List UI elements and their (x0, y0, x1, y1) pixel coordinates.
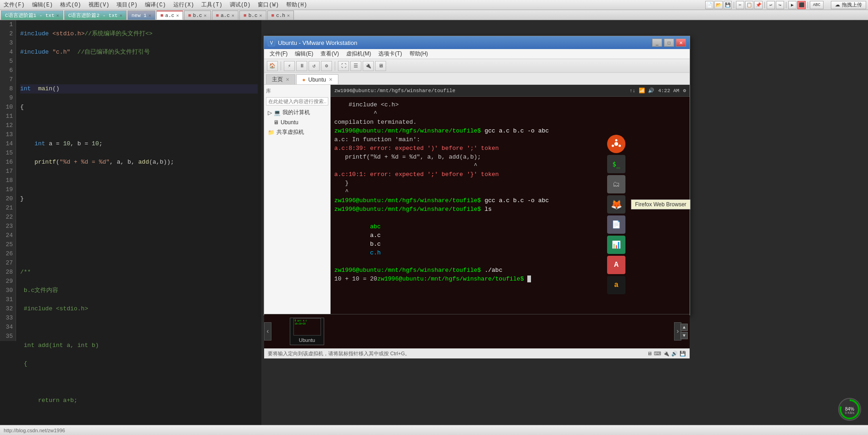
vm-scroll-down[interactable]: ▼ (680, 332, 688, 339)
vm-tb-usb[interactable]: 🔌 (363, 61, 374, 71)
new-btn[interactable]: 📄 (705, 1, 713, 9)
vm-tree-computer[interactable]: ▷ 💻 我的计算机 (264, 107, 330, 118)
term-line-1: #include <c.h> (334, 100, 686, 109)
menu-format[interactable]: 格式(O) (58, 1, 83, 9)
tab-close-ac2[interactable]: ✕ (232, 13, 234, 18)
vm-tree-shared[interactable]: 📁 共享虚拟机 (264, 127, 330, 138)
firefox-icon[interactable]: 🦊 Firefox Web Browser (607, 195, 625, 214)
vm-tb-refresh[interactable]: ↺ (309, 61, 320, 71)
close-button[interactable]: ✕ (676, 39, 686, 47)
vm-thumbnail[interactable]: $ gcc a.c10+10=20 Ubuntu (290, 318, 324, 345)
tab-c-1[interactable]: C语言进阶篇1 - txt ✕ (1, 11, 63, 20)
save-btn[interactable]: 💾 (724, 1, 732, 9)
line-numbers: 1 2 3 4 5 6 7 8 9 10 11 12 13 14 15 16 1… (0, 20, 16, 341)
vm-tb-settings[interactable]: ⚙ (321, 61, 332, 71)
vm-term-icons: ↑↓ 📶 🔊 (630, 88, 654, 94)
undo-btn[interactable]: ↩ (767, 1, 775, 9)
terminal-icon[interactable]: $_ (607, 155, 625, 173)
vm-hd-icon: 💾 (680, 351, 686, 357)
abc-btn[interactable]: ABC (810, 1, 824, 9)
vm-term-settings-icon[interactable]: ⚙ (683, 88, 686, 94)
menu-tools[interactable]: 工具(T) (199, 1, 224, 9)
menu-view[interactable]: 视图(V) (87, 1, 111, 9)
vm-menu-view[interactable]: 查看(V) (317, 49, 343, 59)
menu-file[interactable]: 文件(F) (2, 1, 27, 9)
tab-ac-1[interactable]: ■ a.c ✕ (156, 11, 183, 20)
vm-term-header: zw1996@ubuntu:/mnt/hgfs/winshare/toufile… (331, 85, 690, 97)
tab-bc-2[interactable]: ■ b.c ✕ (239, 11, 266, 20)
vm-tb-fullscreen[interactable]: ⛶ (338, 61, 349, 71)
menu-help[interactable]: 帮助(H) (284, 1, 309, 9)
open-btn[interactable]: 📂 (714, 1, 723, 9)
vm-bottom-panel: ‹ $ gcc a.c10+10=20 Ubuntu › ▲ ▼ (264, 314, 690, 348)
libre-icon[interactable]: A (607, 256, 625, 274)
vm-tab-home-close[interactable]: ✕ (286, 77, 289, 82)
vmware-icon: V (268, 39, 275, 46)
vm-panel-left-arrow[interactable]: ‹ (264, 322, 271, 341)
tab-close-2[interactable]: ✕ (120, 13, 122, 18)
vm-tree-expand-icon: ▷ (268, 110, 272, 116)
term-line-11: ^ (334, 187, 686, 196)
vm-tab-home[interactable]: 主页 ✕ (266, 74, 295, 84)
svg-text:0 KB/s: 0 KB/s (845, 411, 855, 414)
vm-terminal[interactable]: zw1996@ubuntu:/mnt/hgfs/winshare/toufile… (331, 85, 690, 314)
cut-btn[interactable]: ✂ (736, 1, 744, 9)
tab-c-2[interactable]: C语言进阶篇2 - txt ✕ (64, 11, 127, 20)
menu-window[interactable]: 窗口(W) (256, 1, 281, 9)
vm-menu-tab[interactable]: 选项卡(T) (375, 49, 405, 59)
vm-term-time: 4:22 AM (658, 88, 679, 94)
vm-menu-help[interactable]: 帮助(H) (406, 49, 432, 59)
menu-compile[interactable]: 编译(C) (143, 1, 168, 9)
vm-net-icon: 🖥 (647, 351, 652, 357)
vm-tree-shared-icon: 📁 (268, 129, 275, 136)
code-editor[interactable]: 1 2 3 4 5 6 7 8 9 10 11 12 13 14 15 16 1… (0, 20, 261, 435)
files2-icon[interactable]: 📄 (607, 215, 625, 234)
vm-tree-ubuntu[interactable]: 🖥 Ubuntu (264, 118, 330, 127)
vm-menu-file[interactable]: 文件(F) (266, 49, 291, 59)
vm-kb-icon: ⌨ (654, 351, 661, 357)
copy-btn[interactable]: 📋 (745, 1, 753, 9)
tab-ac-2[interactable]: ■ a.c ✕ (212, 11, 238, 20)
vm-tb-home[interactable]: 🏠 (267, 61, 278, 71)
vm-menu-edit[interactable]: 编辑(E) (291, 49, 317, 59)
tab-close-1[interactable]: ✕ (56, 13, 59, 18)
tab-close-new1[interactable]: ✕ (149, 13, 151, 18)
maximize-button[interactable]: □ (664, 39, 674, 47)
vm-tab-ubuntu[interactable]: ● Ubuntu ✕ (296, 74, 338, 84)
vm-menu-vm[interactable]: 虚拟机(M) (343, 49, 375, 59)
tab-close-ch[interactable]: ✕ (287, 13, 290, 18)
tab-close-bc1[interactable]: ✕ (204, 13, 207, 18)
tab-close-ac1[interactable]: ✕ (176, 13, 179, 18)
menu-run[interactable]: 运行(X) (171, 1, 196, 9)
menu-project[interactable]: 项目(P) (115, 1, 139, 9)
tab-new1[interactable]: new 1 ✕ (127, 11, 155, 20)
redo-btn[interactable]: ↪ (776, 1, 784, 9)
ubuntu-taskbar: $_ 🗂 🦊 Firefox Web Browser 📄 📊 A (607, 135, 625, 294)
vm-tb-pause[interactable]: ⏸ (296, 61, 307, 71)
vm-sidebar-search[interactable] (266, 97, 328, 105)
vm-tb-power[interactable]: ⚡ (284, 61, 295, 71)
code-text[interactable]: #include <stdio.h>//系统编译的头文件打<> #include… (17, 20, 261, 435)
minimize-button[interactable]: _ (652, 39, 662, 47)
tab-ch[interactable]: ■ c.h ✕ (267, 11, 294, 20)
vm-scroll-up[interactable]: ▲ (680, 324, 688, 331)
vm-audio-icon: 🔊 (671, 351, 678, 357)
term-line-4: zw1996@ubuntu:/mnt/hgfs/winshare/toufile… (334, 127, 686, 135)
compile-btn[interactable]: ▶ (788, 1, 796, 9)
files-icon[interactable]: 🗂 (607, 175, 625, 193)
upload-button[interactable]: ☁ 拖拽上传 (831, 1, 866, 9)
vm-tb-unity[interactable]: ☰ (350, 61, 361, 71)
tab-bc-1[interactable]: ■ b.c ✕ (184, 11, 210, 20)
sheets-icon[interactable]: 📊 (607, 236, 625, 254)
ubuntu-logo-icon[interactable] (607, 135, 625, 153)
amazon-icon[interactable]: a (607, 276, 625, 294)
vm-tab-ubuntu-close[interactable]: ✕ (329, 77, 332, 82)
tab-close-bc2[interactable]: ✕ (260, 13, 262, 18)
svg-point-2 (619, 145, 621, 147)
paste-btn[interactable]: 📌 (754, 1, 763, 9)
menu-debug[interactable]: 调试(D) (228, 1, 253, 9)
menu-edit[interactable]: 编辑(E) (30, 1, 55, 9)
svg-point-0 (614, 142, 618, 146)
vm-tb-display[interactable]: 🖥 (375, 61, 386, 71)
run-btn[interactable]: ⬛ (797, 1, 806, 9)
